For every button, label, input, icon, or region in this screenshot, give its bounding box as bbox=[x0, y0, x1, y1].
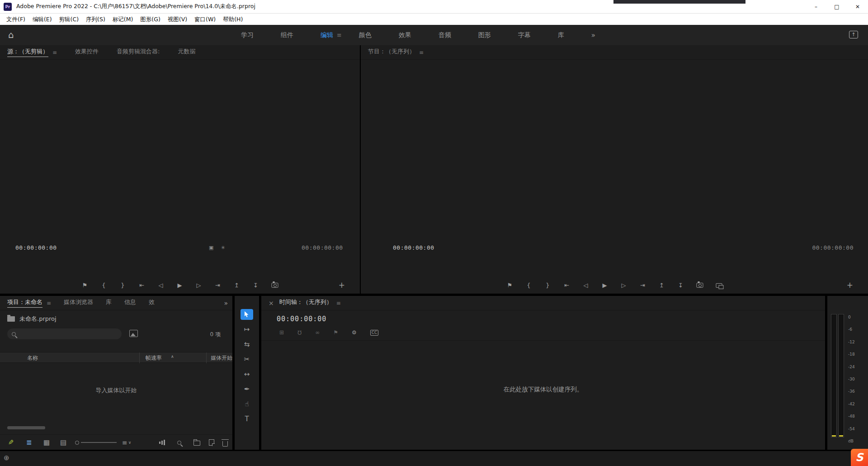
go-to-in-button[interactable]: ⇤ bbox=[139, 282, 145, 288]
closed-captions-icon[interactable]: CC bbox=[370, 330, 379, 336]
tab-effect-controls[interactable]: 效果控件 bbox=[75, 48, 99, 57]
export-frame-icon[interactable] bbox=[697, 283, 703, 288]
lift-button[interactable]: ↥ bbox=[659, 282, 665, 288]
extract-button[interactable]: ↧ bbox=[678, 282, 684, 288]
workspace-tab-effects[interactable]: 效果 bbox=[385, 31, 425, 39]
extract-button[interactable]: ↧ bbox=[253, 282, 259, 288]
maximize-button[interactable]: □ bbox=[826, 0, 847, 14]
play-button[interactable]: ▶ bbox=[602, 282, 608, 288]
tab-libraries[interactable]: 库 bbox=[106, 298, 112, 308]
column-name[interactable]: 名称 bbox=[27, 354, 38, 362]
linked-selection-icon[interactable]: ∞ bbox=[315, 329, 320, 336]
project-writable-icon[interactable]: ✎ bbox=[8, 435, 14, 450]
tab-program[interactable]: 节目：（无序列） ≡ bbox=[368, 48, 424, 57]
ripple-edit-tool[interactable]: ⇆ bbox=[235, 337, 259, 352]
timeline-display-settings-icon[interactable]: ⚙ bbox=[352, 329, 357, 336]
icon-view-button[interactable]: ▦ bbox=[43, 435, 50, 450]
trash-icon[interactable] bbox=[222, 435, 228, 450]
zoom-slider-track[interactable] bbox=[81, 442, 117, 443]
search-input[interactable] bbox=[16, 328, 122, 339]
panel-close-icon[interactable]: × bbox=[269, 300, 274, 307]
mark-out-button[interactable]: } bbox=[545, 282, 551, 288]
step-forward-button[interactable]: ▷ bbox=[196, 282, 202, 288]
razor-tool[interactable]: ✂ bbox=[235, 352, 259, 366]
tab-info[interactable]: 信息 bbox=[124, 298, 136, 308]
play-button[interactable]: ▶ bbox=[177, 282, 183, 288]
add-marker-button[interactable]: ⚑ bbox=[507, 282, 513, 288]
panel-menu-icon[interactable]: ≡ bbox=[419, 49, 424, 56]
sort-icons-button[interactable]: ≡∨ bbox=[122, 435, 131, 450]
tab-timeline[interactable]: 时间轴：（无序列） ≡ bbox=[279, 298, 341, 308]
horizontal-scrollbar[interactable] bbox=[7, 426, 45, 429]
selection-tool[interactable] bbox=[235, 307, 259, 322]
program-current-timecode[interactable]: 00:00:00:00 bbox=[393, 244, 434, 251]
comparison-view-icon[interactable] bbox=[716, 283, 722, 288]
freeform-view-button[interactable]: ▤ bbox=[60, 435, 66, 450]
home-icon[interactable]: ⌂ bbox=[8, 29, 14, 40]
menu-item-help[interactable]: 帮助(H) bbox=[219, 14, 246, 25]
hand-tool[interactable]: ☝ bbox=[235, 396, 259, 411]
button-editor-plus-icon[interactable]: + bbox=[847, 281, 853, 289]
menu-item-sequence[interactable]: 序列(S) bbox=[82, 14, 109, 25]
panel-menu-icon[interactable]: ≡ bbox=[47, 300, 51, 306]
lift-button[interactable]: ↥ bbox=[234, 282, 240, 288]
mark-in-button[interactable]: { bbox=[101, 282, 107, 288]
mark-in-button[interactable]: { bbox=[526, 282, 532, 288]
zoom-slider[interactable] bbox=[75, 435, 117, 450]
menu-item-clip[interactable]: 剪辑(C) bbox=[56, 14, 82, 25]
column-frame-rate[interactable]: 帧速率 bbox=[146, 354, 162, 362]
workspace-menu-icon[interactable]: ≡ bbox=[337, 32, 342, 38]
pen-tool[interactable]: ✒ bbox=[235, 381, 259, 396]
sogou-ime-badge[interactable]: S bbox=[851, 449, 868, 466]
workspace-tab-libraries[interactable]: 库 bbox=[544, 31, 578, 39]
tab-project[interactable]: 项目：未命名 ≡ bbox=[7, 298, 51, 308]
find-icon[interactable] bbox=[177, 435, 181, 450]
menu-item-file[interactable]: 文件(F) bbox=[3, 14, 29, 25]
add-marker-icon[interactable]: ⚑ bbox=[333, 329, 338, 336]
search-bin-icon[interactable] bbox=[129, 330, 138, 337]
tab-audio-clip-mixer[interactable]: 音频剪辑混合器: bbox=[117, 48, 160, 57]
new-item-icon[interactable] bbox=[209, 435, 214, 450]
column-media-start[interactable]: 媒体开始 bbox=[211, 354, 232, 362]
panel-menu-icon[interactable]: ≡ bbox=[52, 49, 57, 56]
step-back-button[interactable]: ◁ bbox=[583, 282, 589, 288]
workspace-tab-learning[interactable]: 学习 bbox=[227, 31, 267, 39]
mark-out-button[interactable]: } bbox=[120, 282, 126, 288]
monitor-settings-icon[interactable]: ✳ bbox=[221, 245, 225, 251]
zoom-slider-handle[interactable] bbox=[75, 441, 79, 445]
slip-tool[interactable]: ↔ bbox=[235, 366, 259, 381]
tab-metadata[interactable]: 元数据 bbox=[178, 48, 195, 57]
type-tool[interactable]: T bbox=[235, 411, 259, 426]
workspace-tab-captions[interactable]: 字幕 bbox=[505, 31, 544, 39]
tab-source[interactable]: 源：（无剪辑） ≡ bbox=[7, 48, 57, 57]
export-frame-icon[interactable] bbox=[272, 283, 278, 288]
zoom-level-icon[interactable]: ▣ bbox=[209, 245, 213, 251]
workspace-tab-graphics[interactable]: 图形 bbox=[465, 31, 505, 39]
step-forward-button[interactable]: ▷ bbox=[621, 282, 627, 288]
menu-item-edit[interactable]: 编辑(E) bbox=[29, 14, 56, 25]
menu-item-markers[interactable]: 标记(M) bbox=[109, 14, 137, 25]
track-select-forward-tool[interactable]: ↦ bbox=[235, 322, 259, 337]
menu-item-window[interactable]: 窗口(W) bbox=[191, 14, 219, 25]
quick-export-icon[interactable]: ↑ bbox=[849, 31, 858, 38]
workspace-tab-assembly[interactable]: 组件 bbox=[267, 31, 307, 39]
menu-item-view[interactable]: 视图(V) bbox=[164, 14, 191, 25]
workspace-tab-audio[interactable]: 音频 bbox=[425, 31, 465, 39]
automate-to-sequence-icon[interactable] bbox=[159, 435, 166, 450]
go-to-out-button[interactable]: ⇥ bbox=[215, 282, 221, 288]
button-editor-plus-icon[interactable]: + bbox=[339, 281, 345, 289]
workspace-tab-color[interactable]: 颜色 bbox=[345, 31, 385, 39]
source-current-timecode[interactable]: 00:00:00:00 bbox=[15, 244, 57, 251]
list-view-button[interactable]: ≣ bbox=[26, 435, 32, 450]
minimize-button[interactable]: – bbox=[806, 0, 826, 14]
close-button[interactable]: ✕ bbox=[847, 0, 868, 14]
menu-item-graphics[interactable]: 图形(G) bbox=[137, 14, 164, 25]
snap-icon[interactable]: Ω bbox=[297, 329, 302, 336]
go-to-out-button[interactable]: ⇥ bbox=[640, 282, 646, 288]
insert-nest-sequence-icon[interactable]: ⊞ bbox=[279, 329, 284, 336]
project-file-row[interactable]: 未命名.prproj bbox=[7, 315, 57, 323]
step-back-button[interactable]: ◁ bbox=[158, 282, 164, 288]
timeline-current-timecode[interactable]: 00:00:00:00 bbox=[277, 315, 326, 323]
column-divider[interactable] bbox=[206, 352, 207, 363]
panel-menu-icon[interactable]: ≡ bbox=[336, 300, 341, 306]
